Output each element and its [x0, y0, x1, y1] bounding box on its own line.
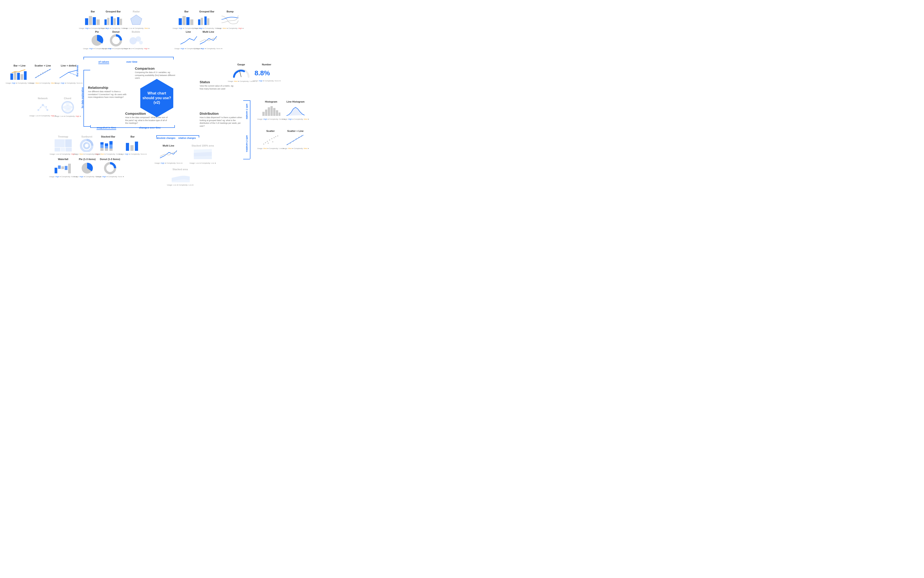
chart-scatter: Scatter Usage: Med ● Complexity: Low ●	[257, 130, 284, 149]
chart-stacked-area: Stacked area Usage: Low ● Complexity: Lo…	[167, 168, 193, 186]
svg-rect-0	[85, 18, 88, 25]
svg-point-25	[139, 41, 143, 44]
svg-point-61	[269, 140, 270, 141]
chart-line-histogram: Line Histogram Usage: High ● Complexity:…	[282, 100, 309, 120]
tab-absolute[interactable]: absolute changes	[156, 136, 175, 139]
chart-multi-line-comp: Multi Line Usage: High ● Complexity: Non…	[155, 144, 182, 164]
line-histogram-svg	[285, 104, 306, 117]
relationship-desc: Are different data related? Is there a c…	[88, 90, 129, 99]
scatter-line2-svg	[285, 133, 306, 146]
svg-rect-95	[61, 166, 64, 169]
svg-point-67	[277, 135, 278, 136]
svg-rect-17	[201, 18, 203, 25]
bump-svg	[220, 14, 239, 26]
svg-rect-89	[109, 149, 112, 151]
line-dotted-svg	[59, 68, 79, 81]
chord-svg	[59, 101, 77, 114]
chart-stacked-bar: Stacked Bar Usage: Med ● Complexity: Non…	[94, 135, 122, 155]
tab-changes[interactable]: changes over time	[139, 126, 161, 129]
pie-comp-svg	[79, 161, 96, 174]
chart-scatter-line: Scatter + Line Usage: Med ● Complexity: …	[29, 64, 56, 84]
svg-point-59	[265, 142, 266, 143]
svg-rect-54	[270, 106, 273, 116]
svg-rect-96	[65, 166, 67, 170]
histogram-svg	[262, 104, 281, 117]
multi-line-svg	[199, 34, 218, 46]
chart-network: Network Usage: Low ● Complexity: High ●	[29, 97, 56, 117]
donut-comp-svg	[101, 161, 119, 174]
svg-rect-55	[273, 108, 275, 116]
waterfall-svg	[54, 161, 73, 174]
svg-rect-28	[17, 73, 20, 80]
svg-point-22	[113, 37, 119, 43]
svg-rect-1	[89, 16, 92, 25]
chart-waterfall: Waterfall Usage: High ● Complexity: None…	[49, 158, 77, 178]
svg-rect-92	[135, 141, 138, 151]
bracket-top-left	[83, 70, 90, 70]
chart-bar-comp: Bar Usage: High ● Complexity: None ●	[119, 135, 146, 155]
tab-over-time[interactable]: over time	[126, 60, 137, 63]
distribution-section: Distribution How is data dispersed? Is t…	[200, 112, 245, 127]
svg-rect-86	[105, 148, 108, 151]
composition-title: Composition	[125, 112, 170, 115]
svg-rect-6	[111, 16, 113, 25]
svg-point-65	[272, 141, 273, 143]
chart-bump: Bump Usage: Med ● Complexity: High ●	[216, 10, 244, 29]
svg-rect-30	[24, 71, 27, 80]
tab-snapshot[interactable]: snapshot in time	[96, 126, 116, 129]
svg-rect-19	[207, 18, 209, 25]
comparison-tabs	[83, 57, 174, 60]
svg-point-58	[263, 144, 264, 145]
bubble-svg	[127, 34, 145, 46]
svg-rect-78	[66, 148, 72, 151]
multi-line-comp-svg	[159, 148, 178, 161]
svg-point-64	[268, 143, 269, 144]
svg-rect-8	[117, 17, 119, 25]
svg-rect-26	[10, 73, 13, 80]
tab-of-values[interactable]: of values	[98, 60, 109, 63]
distribution-desc: How is data dispersed? Is there a patter…	[200, 116, 245, 127]
donut-svg	[108, 34, 124, 46]
bracket-left	[83, 70, 84, 126]
comparison-title: Comparison	[135, 67, 180, 70]
svg-rect-88	[109, 144, 112, 149]
composition-section: Composition How is the data composed? Wh…	[125, 112, 170, 125]
svg-rect-2	[93, 17, 96, 25]
distribution-title: Distribution	[200, 112, 245, 115]
hexagon-text: What chart should you use? (v2)	[142, 91, 171, 105]
chart-bubble: Bubble Usage: Low ● Complexity: High ●	[122, 31, 149, 50]
svg-rect-4	[104, 19, 107, 25]
bar-line-svg	[10, 68, 30, 81]
svg-rect-5	[107, 18, 109, 25]
network-svg	[34, 101, 52, 114]
bracket-right	[250, 100, 251, 159]
svg-point-62	[271, 138, 272, 139]
chart-stacked-100: Stacked 100% area Usage: Low ● Complexit…	[189, 144, 216, 164]
bracket-top-right	[243, 100, 250, 101]
svg-point-60	[267, 141, 268, 142]
svg-rect-18	[204, 16, 207, 25]
comparison-section: Comparison Comparing the data of 2+ vari…	[135, 67, 180, 80]
chart-histogram: Histogram Usage: High ● Complexity: None…	[257, 100, 285, 120]
svg-rect-91	[130, 145, 133, 151]
chart-number: Number 8.8% Usage: High ● Complexity: No…	[253, 63, 281, 82]
bracket-bottom-left	[83, 126, 90, 127]
svg-rect-81	[100, 142, 104, 144]
svg-point-66	[275, 136, 276, 137]
with-1-var-label[interactable]: with 1 variable	[246, 104, 248, 119]
svg-rect-57	[278, 112, 280, 116]
svg-rect-85	[105, 146, 108, 148]
svg-marker-10	[131, 15, 142, 24]
tab-relative[interactable]: relative changes	[178, 136, 196, 139]
svg-line-44	[43, 105, 47, 110]
svg-rect-27	[14, 72, 16, 80]
svg-rect-13	[182, 16, 185, 25]
svg-rect-16	[198, 19, 200, 25]
svg-point-24	[135, 36, 141, 42]
with-2-vars-label[interactable]: with 2 variables	[246, 135, 248, 152]
chart-donut-comp: Donut (1-3 Items) Usage: High ● Complexi…	[96, 158, 124, 178]
scatter-svg	[261, 133, 280, 146]
treemap-svg	[54, 139, 72, 152]
sunburst-svg	[78, 139, 95, 152]
svg-rect-90	[126, 143, 129, 151]
